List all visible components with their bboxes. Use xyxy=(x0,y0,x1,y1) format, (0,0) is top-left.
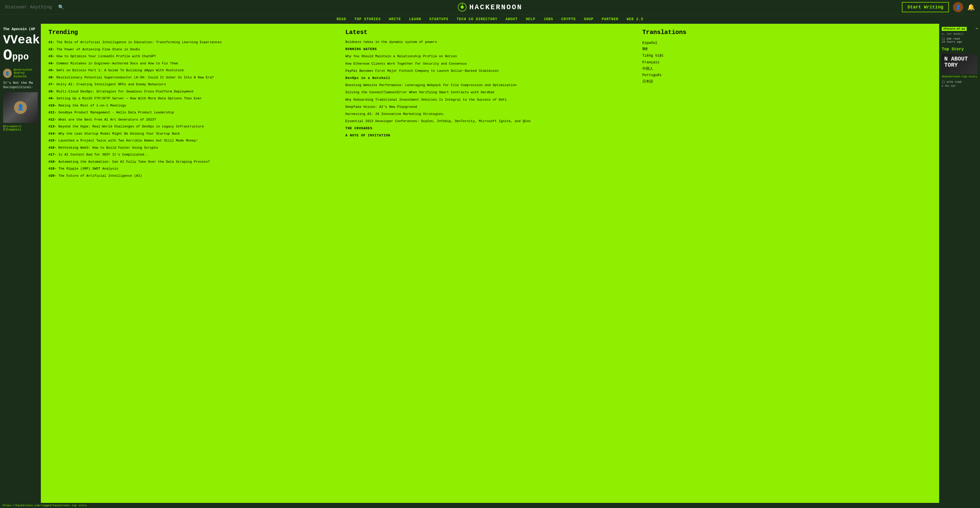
right-time-ago: 13 hours ago xyxy=(942,40,977,43)
nav-item-help[interactable]: HELP xyxy=(526,17,535,21)
nav-item-write[interactable]: WRITE xyxy=(389,17,401,21)
left-sidebar: The Apecoin (AP VVeak Oppo 👤 @andreydido… xyxy=(0,24,41,508)
right-read-time-2: 🎧 147m read xyxy=(942,80,977,83)
avatar[interactable]: 👤 xyxy=(953,2,963,12)
nav-item-jobs[interactable]: JOBS xyxy=(544,17,553,21)
sidebar-author-area-2: @djcampbell DJCampbell xyxy=(3,125,38,131)
sidebar-story-preview: The Apecoin (AP VVeak Oppo 👤 @andreydido… xyxy=(0,24,41,134)
latest-item-12[interactable]: Essential 2023 Developer Conferences: Ox… xyxy=(345,119,635,124)
trending-item-4[interactable]: #4- Common Mistakes in Engineer-Authored… xyxy=(48,61,338,66)
nav-item-partner[interactable]: PARTNER xyxy=(601,17,618,21)
trans-item-hindi[interactable]: हिंदी xyxy=(642,46,932,53)
trending-item-19[interactable]: #19- The Ripple (XRP) SWOT Analysis xyxy=(48,166,338,171)
start-writing-button[interactable]: Start Writing xyxy=(902,2,949,12)
trans-item-vietnamese[interactable]: Tiếng Việt xyxy=(642,53,932,59)
nav-right: Start Writing 👤 🔔 xyxy=(902,2,975,12)
trending-item-16[interactable]: #16- Rethinking Web3: How to Build Faste… xyxy=(48,145,338,150)
trending-item-20[interactable]: #20- The Future of Artificial Intelligen… xyxy=(48,173,338,179)
translations-header: Translations xyxy=(642,29,932,36)
main-layout: The Apecoin (AP VVeak Oppo 👤 @andreydido… xyxy=(0,24,980,508)
status-url: https://hackernoon.com/tagged/hackernoon… xyxy=(3,504,87,507)
trending-column: Trending #1- The Role of Artificial Inte… xyxy=(48,29,338,181)
latest-header: Latest xyxy=(345,29,635,36)
nav-item-startups[interactable]: STARTUPS xyxy=(429,17,449,21)
logo-area: HACKERNOON xyxy=(458,3,522,12)
trending-item-5[interactable]: #5- DeFi on Bitcoin Part 1: A Guide To B… xyxy=(48,68,338,73)
trending-item-2[interactable]: #2- The Power of Achieving Flow State in… xyxy=(48,47,338,52)
sidebar-image-area: 👤 xyxy=(3,92,38,123)
latest-item-10[interactable]: Deepfake Voices: AI's New Playground xyxy=(345,105,635,109)
sidebar-author-info: @andreydido Andrey Didovsk xyxy=(14,68,38,78)
second-nav: READ TOP STORIES WRITE LEARN STARTUPS TE… xyxy=(0,14,980,24)
trending-item-9[interactable]: #9- Setting Up a MinIO FTP/SFTP Server —… xyxy=(48,96,338,101)
translations-column: Translations Español हिंदी Tiếng Việt Fr… xyxy=(642,29,932,181)
trending-item-1[interactable]: #1- The Role of Artificial Intelligence … xyxy=(48,40,338,45)
latest-item-3[interactable]: Why You Should Maintain a Relationship P… xyxy=(345,54,635,59)
trans-item-chinese[interactable]: 中国人 xyxy=(642,65,932,72)
nav-item-crypto[interactable]: CRYPTO xyxy=(561,17,576,21)
latest-item-2[interactable]: RUNNING WATERS xyxy=(345,47,635,51)
trending-header: Trending xyxy=(48,29,338,36)
latest-item-11[interactable]: Harnessing AI: 28 Innovative Marketing S… xyxy=(345,112,635,117)
right-sidebar-inner: ✏ #future-of-ai o, our model) 🎧 10m read… xyxy=(939,24,980,90)
sidebar-author-area: 👤 @andreydido Andrey Didovsk xyxy=(3,68,38,78)
nav-item-tech-co-directory[interactable]: TECH CO DIRECTORY xyxy=(457,17,497,21)
nav-item-web25[interactable]: WEB 2.5 xyxy=(627,17,643,21)
trending-item-17[interactable]: #17- Is AI Content Bad for SEO? It's Com… xyxy=(48,152,338,157)
right-sidebar: ✏ #future-of-ai o, our model) 🎧 10m read… xyxy=(939,24,980,508)
future-of-ai-tag[interactable]: #future-of-ai xyxy=(942,27,967,31)
trending-item-8[interactable]: #8- Multi-Cloud DevOps: Strategies for S… xyxy=(48,89,338,94)
trending-item-15[interactable]: #15- Launched a Project Twice with Two H… xyxy=(48,138,338,143)
search-input[interactable] xyxy=(5,5,56,10)
trending-item-12[interactable]: #12- What are the Best Free AI Art Gener… xyxy=(48,117,338,122)
latest-column: Latest Boldness takes in the dynamic sys… xyxy=(345,29,635,181)
latest-item-5[interactable]: PayPal Becomes First Major Fintech Compa… xyxy=(345,69,635,73)
latest-item-4[interactable]: How Ethereum Clients Work Together for S… xyxy=(345,62,635,66)
latest-item-8[interactable]: Solving the ConnectTimeoutError When Ver… xyxy=(345,90,635,95)
notification-bell-icon[interactable]: 🔔 xyxy=(967,3,975,11)
sidebar-author-name: Andrey Didovsk xyxy=(14,71,38,78)
latest-item-9[interactable]: Why Onboarding Traditional Investment Ve… xyxy=(345,97,635,102)
trending-item-18[interactable]: #18- Automating the Automation: Can AI F… xyxy=(48,160,338,165)
status-bar: https://hackernoon.com/tagged/hackernoon… xyxy=(0,503,980,508)
trending-item-7[interactable]: #7- Unity AI: Creating Intelligent NPCs … xyxy=(48,82,338,87)
nav-item-top-stories[interactable]: TOP STORIES xyxy=(355,17,381,21)
pencil-icon[interactable]: ✏ xyxy=(976,25,978,31)
sidebar-story-title: The Apecoin (AP xyxy=(3,27,38,31)
headphones-icon-2: 🎧 xyxy=(942,80,945,83)
nav-item-read[interactable]: READ xyxy=(337,17,346,21)
sidebar-author-name-2: DJCampbell xyxy=(3,128,38,131)
three-columns: Trending #1- The Role of Artificial Inte… xyxy=(48,29,932,181)
top-nav: 🔍 HACKERNOON Start Writing 👤 🔔 xyxy=(0,0,980,14)
right-sidebar-subtitle: o, our model) xyxy=(942,32,977,35)
trending-item-10[interactable]: #10- Making the Most of 1-on-1 Meetings xyxy=(48,103,338,108)
sidebar-large-text-2: Oppo xyxy=(3,48,38,63)
latest-item-14[interactable]: A NOTE OF INVITATION xyxy=(345,133,635,138)
latest-item-6[interactable]: DevOps in a Nutshell xyxy=(345,76,635,80)
trending-item-3[interactable]: #3- How to Optimize Your LinkedIn Profil… xyxy=(48,54,338,59)
nav-item-learn[interactable]: LEARN xyxy=(409,17,421,21)
trending-item-14[interactable]: #14- Why the Lean Startup Model Might Be… xyxy=(48,131,338,136)
nav-item-about[interactable]: ABOUT xyxy=(506,17,517,21)
trans-item-french[interactable]: Français xyxy=(642,59,932,65)
logo-icon xyxy=(458,3,467,12)
right-story-tag[interactable]: #hackernoon-top-story xyxy=(942,75,977,78)
search-icon[interactable]: 🔍 xyxy=(58,4,64,10)
trending-item-6[interactable]: #6- Revolutionary Potential Superconduct… xyxy=(48,75,338,80)
sidebar-author-handle: @andreydido xyxy=(14,68,38,71)
center-content: Trending #1- The Role of Artificial Inte… xyxy=(41,24,939,508)
right-time-ago-2: a day ago xyxy=(942,85,977,87)
latest-item-7[interactable]: Boosting Website Performance: Leveraging… xyxy=(345,83,635,88)
trans-item-espanol[interactable]: Español xyxy=(642,40,932,46)
search-area: 🔍 xyxy=(5,4,64,10)
trans-item-portuguese[interactable]: Português xyxy=(642,72,932,78)
svg-point-1 xyxy=(461,6,464,9)
sidebar-avatar-2: 👤 xyxy=(14,101,27,114)
trending-item-11[interactable]: #11- Goodbye Product Management - Hello … xyxy=(48,110,338,115)
nav-item-shop[interactable]: SHOP xyxy=(584,17,593,21)
latest-item-1[interactable]: Boldness takes in the dynamic system of … xyxy=(345,40,635,45)
trending-item-13[interactable]: #13- Beyond the Hype: Real-World Challen… xyxy=(48,124,338,129)
trans-item-japanese[interactable]: 日本語 xyxy=(642,78,932,85)
latest-item-13[interactable]: THE CRUSADES xyxy=(345,126,635,131)
right-read-time: 🎧 10m read xyxy=(942,37,977,40)
